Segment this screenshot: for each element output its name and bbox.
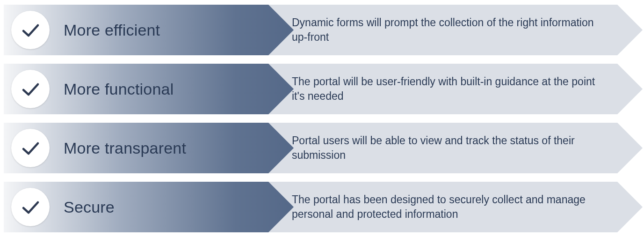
benefit-title-bar: Secure	[4, 182, 294, 232]
benefit-list: Dynamic forms will prompt the collection…	[0, 0, 644, 232]
benefit-row: The portal has been designed to securely…	[2, 182, 644, 232]
benefit-desc: Dynamic forms will prompt the collection…	[292, 15, 605, 44]
benefit-title: More efficient	[64, 21, 160, 39]
check-badge	[11, 70, 50, 108]
benefit-title: More transparent	[64, 139, 186, 157]
benefit-desc: The portal will be user-friendly with bu…	[292, 74, 605, 104]
benefit-title-bar: More transparent	[4, 123, 294, 173]
benefit-row: Portal users will be able to view and tr…	[2, 123, 644, 173]
check-icon	[19, 77, 42, 101]
benefit-row: The portal will be user-friendly with bu…	[2, 64, 644, 114]
check-badge	[11, 129, 50, 167]
benefit-desc: Portal users will be able to view and tr…	[292, 133, 605, 163]
check-badge	[11, 11, 50, 49]
benefit-desc: The portal has been designed to securely…	[292, 193, 605, 222]
benefit-title-bar: More efficient	[4, 5, 294, 55]
benefit-row: Dynamic forms will prompt the collection…	[2, 5, 644, 55]
benefit-title: Secure	[64, 198, 115, 216]
benefit-title: More functional	[64, 80, 174, 98]
check-icon	[19, 18, 42, 42]
benefit-title-bar: More functional	[4, 64, 294, 114]
check-badge	[11, 188, 50, 226]
check-icon	[19, 136, 42, 160]
check-icon	[19, 195, 42, 219]
